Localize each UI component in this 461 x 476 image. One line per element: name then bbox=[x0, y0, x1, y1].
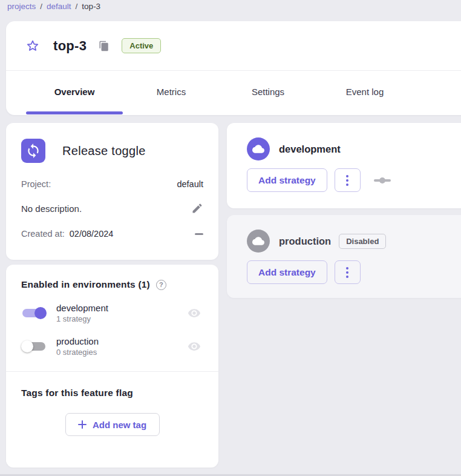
enabled-environments-title: Enabled in environments (1) bbox=[21, 279, 150, 290]
breadcrumb-separator: / bbox=[40, 2, 42, 11]
flag-title-row: top-3 Active bbox=[6, 21, 461, 71]
status-badge: Active bbox=[122, 38, 161, 53]
created-at-label: Created at: bbox=[21, 229, 65, 239]
cloud-icon bbox=[247, 230, 270, 253]
created-at-row: Created at: 02/08/2024 bbox=[21, 229, 203, 239]
tab-metrics[interactable]: Metrics bbox=[123, 71, 220, 114]
breadcrumb-separator: / bbox=[76, 2, 78, 11]
strategy-count: 1 strategy bbox=[56, 314, 188, 323]
add-strategy-button[interactable]: Add strategy bbox=[247, 168, 327, 192]
environment-row-production: production 0 strategies bbox=[21, 336, 203, 357]
flag-details-card: Release toggle Project: default No descr… bbox=[6, 123, 218, 260]
eye-icon[interactable] bbox=[188, 306, 201, 320]
description-text: No description. bbox=[21, 203, 82, 214]
description-row: No description. bbox=[21, 202, 203, 214]
breadcrumb: projects / default / top-3 bbox=[7, 2, 100, 11]
disabled-badge: Disabled bbox=[339, 234, 386, 249]
release-toggle-sync-icon bbox=[21, 139, 45, 163]
favorite-star-icon[interactable] bbox=[25, 39, 40, 53]
enabled-environments-section: Enabled in environments (1) development … bbox=[6, 265, 218, 357]
flag-type-label: Release toggle bbox=[62, 144, 146, 158]
tab-settings[interactable]: Settings bbox=[220, 71, 316, 114]
development-toggle[interactable] bbox=[21, 306, 47, 320]
development-environment-panel: development Add strategy bbox=[227, 123, 461, 208]
add-new-tag-label: Add new tag bbox=[93, 420, 146, 430]
flag-header-card: top-3 Active Overview Metrics Settings E… bbox=[6, 21, 461, 115]
kebab-dots-icon bbox=[346, 271, 348, 274]
project-row: Project: default bbox=[21, 179, 203, 189]
strategy-count: 0 strategies bbox=[56, 348, 188, 357]
more-actions-kebab-button[interactable] bbox=[335, 168, 361, 192]
production-toggle[interactable] bbox=[21, 340, 47, 353]
breadcrumb-current: top-3 bbox=[82, 2, 100, 11]
tab-bar: Overview Metrics Settings Event log bbox=[6, 71, 461, 114]
production-environment-panel: production Disabled Add strategy bbox=[227, 215, 461, 298]
breadcrumb-link-default[interactable]: default bbox=[47, 2, 71, 11]
cloud-icon bbox=[247, 137, 270, 160]
eye-icon[interactable] bbox=[188, 340, 201, 353]
plus-icon bbox=[78, 420, 87, 429]
breadcrumb-link-projects[interactable]: projects bbox=[7, 2, 36, 11]
kebab-dots-icon bbox=[346, 179, 348, 182]
collapse-minus-icon[interactable] bbox=[195, 230, 203, 238]
add-strategy-button[interactable]: Add strategy bbox=[247, 260, 327, 284]
edit-description-icon[interactable] bbox=[191, 202, 203, 214]
environment-panel-name: production bbox=[279, 236, 331, 247]
project-label: Project: bbox=[21, 179, 51, 189]
copy-icon[interactable] bbox=[99, 41, 110, 51]
tab-event-log[interactable]: Event log bbox=[316, 71, 413, 114]
help-icon[interactable] bbox=[156, 280, 166, 290]
tags-title: Tags for this feature flag bbox=[21, 388, 203, 398]
page-title: top-3 bbox=[53, 38, 87, 54]
flag-type-header: Release toggle bbox=[21, 139, 203, 163]
more-actions-kebab-button[interactable] bbox=[335, 260, 361, 284]
environment-panel-name: development bbox=[279, 144, 341, 155]
strategy-separator-icon bbox=[374, 177, 391, 183]
tab-overview[interactable]: Overview bbox=[26, 71, 123, 114]
project-value: default bbox=[177, 179, 203, 189]
created-at-value: 02/08/2024 bbox=[70, 229, 114, 239]
tags-section: Tags for this feature flag Add new tag bbox=[6, 372, 218, 436]
environment-name: development bbox=[56, 303, 188, 313]
environments-card: Enabled in environments (1) development … bbox=[6, 265, 218, 468]
add-new-tag-button[interactable]: Add new tag bbox=[65, 413, 160, 436]
environment-name: production bbox=[56, 336, 188, 346]
environment-row-development: development 1 strategy bbox=[21, 303, 203, 323]
